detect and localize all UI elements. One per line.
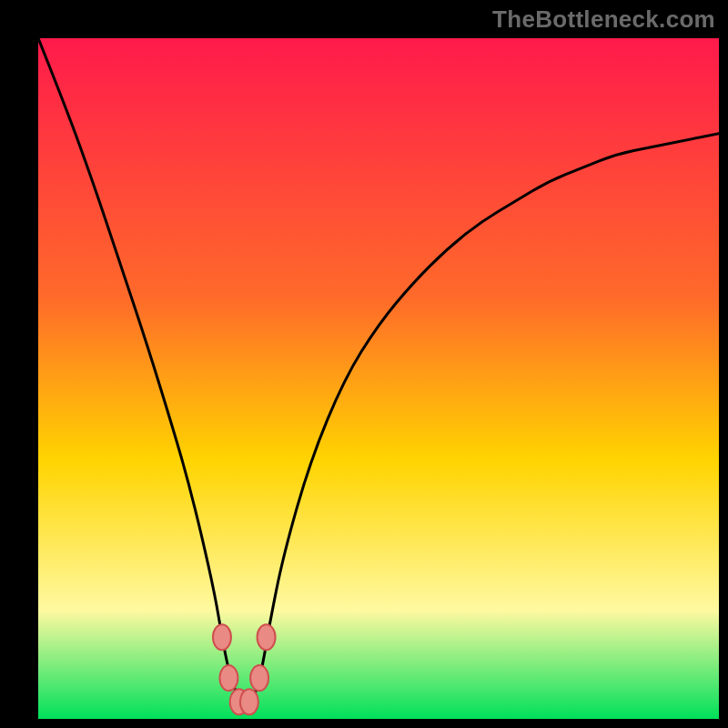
plot-area	[38, 38, 719, 719]
gradient-background	[38, 38, 719, 719]
plot-svg	[38, 38, 719, 719]
curve-marker	[213, 624, 231, 650]
watermark-text: TheBottleneck.com	[492, 5, 715, 34]
curve-marker	[219, 665, 238, 691]
curve-marker	[250, 665, 268, 691]
curve-marker	[240, 689, 258, 714]
curve-marker	[258, 624, 276, 650]
chart-frame: TheBottleneck.com	[0, 0, 728, 728]
